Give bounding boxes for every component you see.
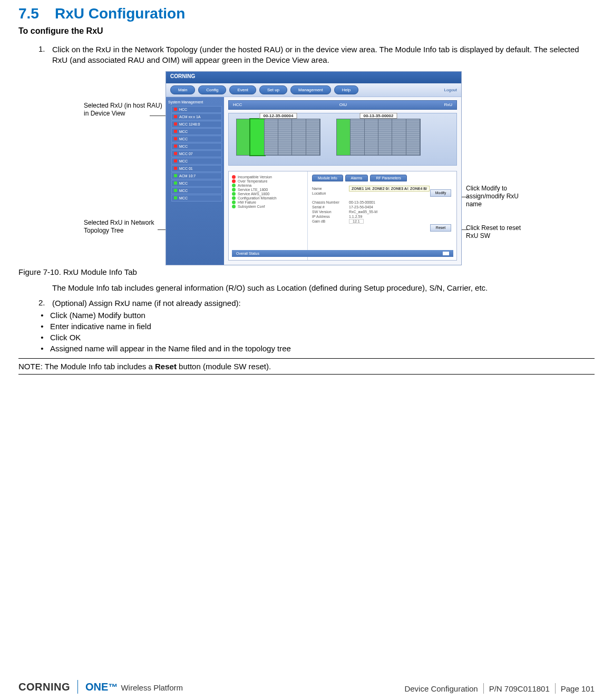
reset-button[interactable]: Reset xyxy=(430,224,451,232)
tab-management[interactable]: Management xyxy=(290,85,331,94)
alarm-list: Incompatible Version Over Temperature An… xyxy=(229,171,308,260)
tab-help[interactable]: Help xyxy=(334,85,358,94)
alarm-item: Service AWS_1800 xyxy=(232,192,304,196)
section-title: RxU Configuration xyxy=(55,5,185,22)
footer-section: Device Configuration xyxy=(404,684,478,693)
section-number: 7.5 xyxy=(18,5,39,22)
tab-main[interactable]: Main xyxy=(170,85,195,94)
footer-meta: Device Configuration P/N 709C011801 Page… xyxy=(404,683,595,694)
step-1: 1. Click on the RxU in the Network Topol… xyxy=(38,44,595,66)
note-bold: Reset xyxy=(155,362,177,371)
chassis-oim[interactable]: 00-13-35-00002 xyxy=(336,119,421,156)
lower-panel: Incompatible Version Over Temperature An… xyxy=(228,171,457,261)
callout-modify: Click Modify to assign/modify RxU name xyxy=(466,185,529,208)
step-1-number: 1. xyxy=(38,44,52,66)
logout-link[interactable]: Logout xyxy=(444,88,457,92)
note-prefix: NOTE: The Module Info tab includes a xyxy=(18,362,155,371)
info-row-sw-version: SW Version RxC_aw05_55-M xyxy=(312,210,452,214)
step-2-text: (Optional) Assign RxU name (if not alrea… xyxy=(52,298,595,309)
chassis-rau[interactable]: 00-12-35-00004 xyxy=(236,119,320,156)
app-window: CORNING Main Config Event Set up Managem… xyxy=(166,71,462,265)
tree-item[interactable]: MCC xyxy=(171,143,222,150)
step-2-number: 2. xyxy=(38,298,52,309)
alarm-item: Service LTE_1800 xyxy=(232,188,304,191)
slot[interactable] xyxy=(278,119,292,155)
slot[interactable] xyxy=(365,119,378,155)
figure: Selected RxU (in host RAU) in Device Vie… xyxy=(18,71,595,265)
slot[interactable] xyxy=(406,119,420,155)
tree-item[interactable]: ACM 10:7 xyxy=(171,172,222,179)
footer-pn: P/N 709C011801 xyxy=(489,684,550,693)
chassis-label: 00-13-35-00002 xyxy=(360,113,397,119)
alarm-item: Over Temperature xyxy=(232,179,304,183)
alarm-item: Incompatible Version xyxy=(232,175,304,179)
info-row-ip: IP Address 1.1.2.59 xyxy=(312,215,452,218)
name-field[interactable]: ZONE1 1/4: ZONE2 0/: ZONE3 A/: ZONE4 B/ xyxy=(349,186,430,191)
slot-selected-rxu[interactable] xyxy=(250,119,264,155)
tab-setup[interactable]: Set up xyxy=(259,85,287,94)
bullet-item: •Enter indicative name in field xyxy=(34,322,595,331)
tree-item[interactable]: MCC xyxy=(171,136,222,142)
figure-caption: Figure 7-10. RxU Module Info Tab xyxy=(18,267,595,276)
slot[interactable] xyxy=(265,119,278,155)
corning-logo: CORNING xyxy=(18,681,70,693)
alarm-item: HW Failure xyxy=(232,200,304,204)
tab-event[interactable]: Event xyxy=(229,85,256,94)
paragraph-module-info-desc: The Module Info tab includes general inf… xyxy=(52,283,595,293)
footer-sep xyxy=(483,683,484,694)
tab-config[interactable]: Config xyxy=(198,85,226,94)
chassis-label: 00-12-35-00004 xyxy=(260,113,297,119)
info-row-chassis: Chassis Number 00-13-35-00001 xyxy=(312,200,452,204)
slot[interactable] xyxy=(237,119,250,155)
tree-header: System Management xyxy=(168,100,222,104)
subheading: To configure the RxU xyxy=(18,26,595,36)
tree-item[interactable]: MCC xyxy=(171,128,222,135)
tree-item[interactable]: MCC xyxy=(171,180,222,187)
tree-item[interactable]: MCC xyxy=(171,195,222,202)
slot[interactable] xyxy=(306,119,320,155)
info-row-serial: Serial # 17-23-56-0404 xyxy=(312,205,452,209)
section-heading: 7.5RxU Configuration xyxy=(18,5,595,22)
slot[interactable] xyxy=(392,119,406,155)
tree-item-selected-rxu[interactable]: MCC xyxy=(171,187,222,194)
tab-module-info[interactable]: Module Info xyxy=(312,175,343,181)
slot[interactable] xyxy=(292,119,306,155)
tree-item[interactable]: MCC xyxy=(171,158,222,165)
step-1-text: Click on the RxU in the Network Topology… xyxy=(52,44,595,66)
alarm-item: Antenna xyxy=(232,184,304,187)
device-view: 00-12-35-00004 00-13-35-0000 xyxy=(228,113,457,166)
device-bar-right: RxU xyxy=(444,102,452,107)
app-titlebar: CORNING xyxy=(166,72,461,83)
info-row-gain: Gain dB 12.1 xyxy=(312,219,452,223)
network-topology-tree: System Management HCC ACM xx:x 1A MCC 12… xyxy=(166,97,224,265)
slot[interactable] xyxy=(337,119,351,155)
one-wireless-platform-logo: ONE™ Wireless Platform xyxy=(85,681,183,693)
tab-alarms[interactable]: Alarms xyxy=(345,175,368,181)
tree-item[interactable]: MCC 01 xyxy=(171,165,222,172)
tab-rf-parameters[interactable]: RF Parameters xyxy=(370,175,406,181)
tree-item[interactable]: ACM xx:x 1A xyxy=(171,113,222,120)
note-suffix: button (module SW reset). xyxy=(177,362,271,371)
bullet-item: •Click OK xyxy=(34,333,595,342)
bullet-list: •Click (Name) Modify button •Enter indic… xyxy=(34,311,595,353)
bullet-item: •Assigned name will appear in the Name f… xyxy=(34,344,595,353)
module-info-panel: Module Info Alarms RF Parameters Name ZO… xyxy=(308,171,456,260)
callout-reset: Click Reset to reset RxU SW xyxy=(466,224,529,240)
brand-area: CORNING ONE™ Wireless Platform xyxy=(18,680,183,694)
overall-status-label: Overall Status xyxy=(236,252,259,255)
device-view-header: HCC OIU RxU xyxy=(228,100,457,110)
tree-item[interactable]: MCC 1248:0 xyxy=(171,121,222,128)
slot[interactable] xyxy=(378,119,392,155)
callout-selected-rxu-tree: Selected RxU in Network Topology Tree xyxy=(84,219,166,235)
modify-button[interactable]: Modify xyxy=(430,189,451,197)
brand-divider xyxy=(77,680,78,694)
alarm-item: Configuration Mismatch xyxy=(232,196,304,200)
page-footer: CORNING ONE™ Wireless Platform Device Co… xyxy=(18,680,595,694)
slot[interactable] xyxy=(351,119,364,155)
alarm-item: Subsystem Conf xyxy=(232,205,304,208)
bullet-item: •Click (Name) Modify button xyxy=(34,311,595,320)
device-bar-center: OIU xyxy=(339,102,347,107)
note-block: NOTE: The Module Info tab includes a Res… xyxy=(18,358,595,375)
tree-root[interactable]: HCC xyxy=(171,106,222,113)
tree-item[interactable]: MCC 07 xyxy=(171,150,222,157)
